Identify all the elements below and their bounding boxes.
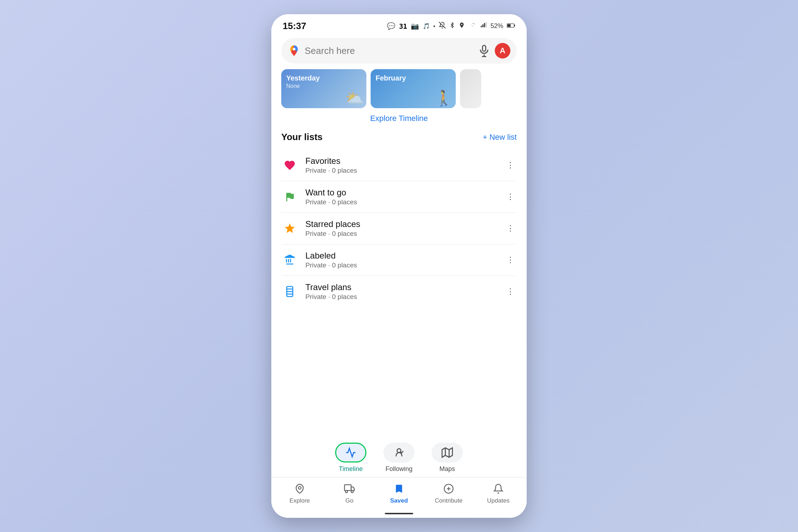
status-icons: 💬 31 📷 🎵 • [387,22,515,31]
svg-rect-2 [482,24,483,27]
labeled-name: Labeled [305,251,497,261]
starred-more-button[interactable]: ⋮ [504,222,517,235]
timeline-card-partial [460,69,481,108]
timeline-card-yesterday[interactable]: Yesterday None ⛅ [281,69,366,108]
home-indicator-bar [271,511,527,518]
svg-point-22 [345,491,348,493]
labeled-meta: Private · 0 places [305,261,497,269]
travel-plans-icon [281,283,298,300]
sub-tabs: Timeline Following Maps [271,437,527,477]
wifi-icon [469,22,476,30]
maps-tab-label: Maps [439,465,455,473]
music-icon: 🎵 [423,23,430,29]
sub-tab-maps[interactable]: Maps [432,443,463,473]
nav-item-saved[interactable]: Saved [379,482,419,504]
starred-name: Starred places [305,219,497,229]
svg-point-16 [397,449,401,453]
status-bar: 15:37 💬 31 📷 🎵 • [271,14,527,34]
contribute-label: Contribute [435,497,462,504]
timeline-card-february[interactable]: February 🚶 [371,69,456,108]
want-to-go-info: Want to go Private · 0 places [305,188,497,206]
explore-timeline-link[interactable]: Explore Timeline [370,114,428,123]
search-input-row[interactable]: Search here A [281,38,517,63]
explore-timeline-section: Explore Timeline [271,108,527,129]
bottom-nav: Explore Go Saved [271,477,527,511]
lists-title: Your lists [281,132,323,143]
timeline-tab-label: Timeline [339,465,362,473]
list-item-starred[interactable]: Starred places Private · 0 places ⋮ [281,213,517,244]
nav-item-go[interactable]: Go [330,482,369,504]
favorites-icon [281,157,298,174]
nav-item-contribute[interactable]: Contribute [429,482,468,504]
dot-icon: • [433,23,435,29]
starred-meta: Private · 0 places [305,230,497,238]
yesterday-label: Yesterday [286,74,361,82]
want-to-go-more-button[interactable]: ⋮ [504,190,517,203]
favorites-info: Favorites Private · 0 places [305,156,497,174]
bluetooth-icon [449,22,455,31]
svg-marker-17 [442,448,452,458]
svg-rect-1 [481,26,482,28]
avatar[interactable]: A [495,43,510,59]
svg-rect-21 [344,485,351,491]
saved-label: Saved [390,497,408,504]
starred-icon [281,220,298,237]
list-item-favorites[interactable]: Favorites Private · 0 places ⋮ [281,150,517,181]
travel-plans-meta: Private · 0 places [305,293,497,301]
nav-item-explore[interactable]: Explore [280,482,319,504]
new-list-button[interactable]: + New list [483,133,517,142]
want-to-go-name: Want to go [305,188,497,198]
updates-icon [492,482,505,495]
sub-tab-timeline[interactable]: Timeline [335,443,366,473]
lists-section: Your lists + New list Favorites Private … [271,129,527,437]
svg-point-23 [351,491,353,493]
timeline-strip: Yesterday None ⛅ February 🚶 [271,69,527,108]
saved-icon [393,482,405,495]
travel-plans-info: Travel plans Private · 0 places [305,282,497,301]
list-item-want-to-go[interactable]: Want to go Private · 0 places ⋮ [281,181,517,213]
list-item-labeled[interactable]: Labeled Private · 0 places ⋮ [281,244,517,276]
bell-mute-icon [439,22,446,31]
calendar-icon: 31 [399,22,407,30]
yesterday-sublabel: None [286,83,361,89]
travel-plans-more-button[interactable]: ⋮ [504,285,517,298]
svg-rect-4 [486,22,487,27]
favorites-meta: Private · 0 places [305,167,497,174]
following-tab-label: Following [386,465,412,473]
google-maps-logo [288,44,300,57]
nav-item-updates[interactable]: Updates [479,482,518,504]
sub-tab-following[interactable]: Following [383,443,415,473]
mic-icon[interactable] [478,44,491,57]
travel-plans-name: Travel plans [305,282,497,292]
svg-point-8 [293,48,295,51]
svg-point-20 [298,487,301,489]
status-time: 15:37 [283,21,306,32]
starred-info: Starred places Private · 0 places [305,219,497,238]
favorites-name: Favorites [305,156,497,166]
list-item-travel-plans[interactable]: Travel plans Private · 0 places ⋮ [281,276,517,307]
following-icon-wrap[interactable] [383,443,415,462]
favorites-more-button[interactable]: ⋮ [504,159,517,172]
instagram-icon: 📷 [411,22,419,30]
svg-rect-3 [484,23,485,27]
go-icon [343,482,356,495]
battery-text: 52% [491,22,503,30]
maps-icon-wrap[interactable] [432,443,463,462]
contribute-icon [442,482,455,495]
whatsapp-icon: 💬 [387,22,395,30]
timeline-icon-wrap[interactable] [335,443,366,462]
search-bar: Search here A [271,34,527,69]
updates-label: Updates [487,497,509,504]
labeled-info: Labeled Private · 0 places [305,251,497,269]
phone-frame: 15:37 💬 31 📷 🎵 • [271,14,527,518]
lists-header: Your lists + New list [281,129,517,150]
want-to-go-meta: Private · 0 places [305,198,497,206]
explore-icon [293,482,306,495]
february-label: February [376,74,451,82]
home-indicator [385,513,413,514]
svg-line-0 [439,22,445,28]
labeled-more-button[interactable]: ⋮ [504,254,517,266]
explore-label: Explore [289,497,310,504]
svg-rect-7 [507,24,510,27]
labeled-icon [281,251,298,268]
